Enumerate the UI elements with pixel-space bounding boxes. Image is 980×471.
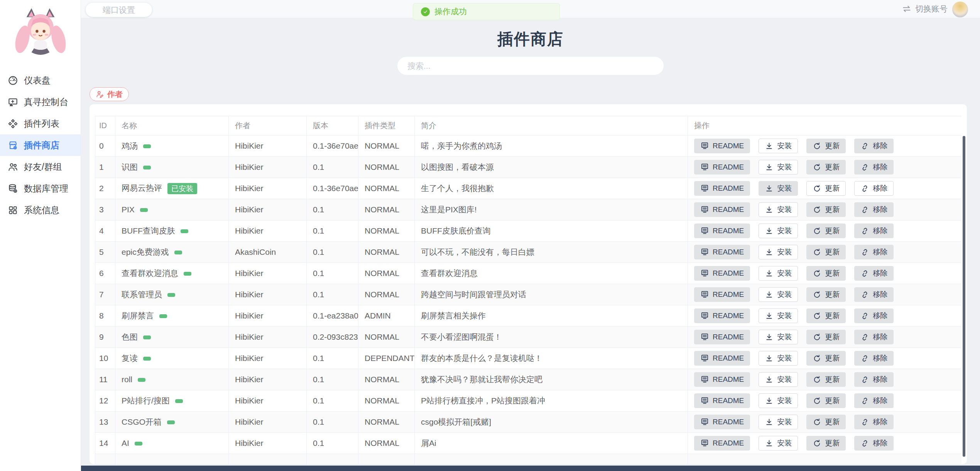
readme-doc-icon — [700, 290, 709, 299]
sidebar-item-console[interactable]: 真寻控制台 — [0, 91, 81, 113]
readme-button[interactable]: README — [694, 308, 750, 323]
update-button[interactable]: 更新 — [806, 139, 846, 153]
remove-button[interactable]: 移除 — [854, 393, 894, 408]
cell-author: HibiKier — [229, 369, 307, 390]
install-button[interactable]: 安装 — [759, 436, 798, 451]
remove-button[interactable]: 移除 — [854, 372, 894, 387]
install-button[interactable]: 安装 — [759, 372, 798, 387]
update-button[interactable]: 更新 — [806, 436, 846, 451]
remove-button[interactable]: 移除 — [854, 245, 894, 259]
install-button[interactable]: 安装 — [759, 202, 798, 217]
cell-name: roll — [115, 369, 229, 390]
cell-type: NORMAL — [358, 284, 415, 305]
install-button[interactable]: 安装 — [759, 330, 798, 344]
remove-button[interactable]: 移除 — [854, 287, 894, 302]
install-button[interactable]: 安装 — [759, 308, 798, 323]
remove-button[interactable]: 移除 — [854, 330, 894, 344]
install-button[interactable]: 安装 — [759, 139, 798, 153]
vertical-scrollbar[interactable] — [963, 136, 965, 457]
update-button[interactable]: 更新 — [806, 224, 846, 238]
update-button[interactable]: 更新 — [806, 372, 846, 387]
install-button[interactable]: 安装 — [759, 160, 798, 175]
install-button[interactable]: 安装 — [759, 224, 798, 238]
install-button[interactable]: 安装 — [759, 393, 798, 408]
sidebar-item-database[interactable]: 数据库管理 — [0, 178, 81, 199]
sidebar-item-system[interactable]: 系统信息 — [0, 199, 81, 221]
link-icon — [860, 375, 869, 384]
table-row: 8 刷屏禁言 HibiKier 0.1-ea238a0 ADMIN 刷屏禁言相关… — [95, 305, 962, 327]
refresh-icon — [813, 142, 821, 151]
update-button[interactable]: 更新 — [806, 330, 846, 344]
sidebar-item-gauge[interactable]: 仪表盘 — [0, 69, 81, 91]
port-settings-button[interactable]: 端口设置 — [86, 3, 152, 17]
author-filter-button[interactable]: 作者 — [90, 87, 129, 101]
remove-button[interactable]: 移除 — [854, 224, 894, 238]
readme-button[interactable]: README — [694, 351, 750, 366]
readme-button[interactable]: README — [694, 202, 750, 217]
remove-button[interactable]: 移除 — [854, 181, 894, 196]
swap-arrows-icon — [902, 4, 912, 14]
sidebar-item-friends[interactable]: 好友/群组 — [0, 156, 81, 178]
update-button[interactable]: 更新 — [806, 415, 846, 429]
remove-button[interactable]: 移除 — [854, 415, 894, 429]
update-button[interactable]: 更新 — [806, 266, 846, 281]
install-button[interactable]: 安装 — [759, 266, 798, 281]
remove-button[interactable]: 移除 — [854, 202, 894, 217]
readme-button[interactable]: README — [694, 181, 750, 196]
search-input[interactable] — [397, 57, 664, 75]
sidebar-item-label: 好友/群组 — [24, 161, 62, 173]
update-button[interactable]: 更新 — [806, 245, 846, 259]
remove-button[interactable]: 移除 — [854, 139, 894, 153]
readme-doc-icon — [700, 184, 709, 193]
update-button[interactable]: 更新 — [806, 351, 846, 366]
success-check-icon — [421, 7, 430, 16]
remove-button[interactable]: 移除 — [854, 160, 894, 175]
install-button[interactable]: 安装 — [759, 351, 798, 366]
readme-button[interactable]: README — [694, 160, 750, 175]
cell-author: HibiKier — [229, 136, 307, 157]
update-button[interactable]: 更新 — [806, 287, 846, 302]
switch-account-button[interactable]: 切换账号 — [902, 0, 948, 18]
remove-button[interactable]: 移除 — [854, 308, 894, 323]
install-button[interactable]: 安装 — [759, 181, 798, 196]
remove-button[interactable]: 移除 — [854, 266, 894, 281]
remove-button[interactable]: 移除 — [854, 351, 894, 366]
readme-doc-icon — [700, 269, 709, 278]
update-button[interactable]: 更新 — [806, 393, 846, 408]
cell-desc: 犹豫不决吗？那就让我帮你决定吧 — [415, 369, 688, 390]
horizontal-scrollbar[interactable] — [81, 466, 980, 471]
readme-doc-icon — [700, 418, 709, 427]
cell-actions: README 安装 更新 移除 — [688, 199, 962, 220]
update-button[interactable]: 更新 — [806, 181, 846, 196]
update-button[interactable]: 更新 — [806, 308, 846, 323]
download-icon — [765, 269, 774, 278]
update-button[interactable]: 更新 — [806, 202, 846, 217]
cell-actions: README 安装 更新 移除 — [688, 242, 962, 263]
remove-button[interactable]: 移除 — [854, 436, 894, 451]
cell-id: 9 — [95, 327, 115, 348]
readme-doc-icon — [700, 396, 709, 405]
table-row: 4 BUFF查询皮肤 HibiKier 0.1 NORMAL BUFF皮肤底价查… — [95, 220, 962, 242]
readme-button[interactable]: README — [694, 139, 750, 153]
readme-button[interactable]: README — [694, 224, 750, 238]
readme-button[interactable]: README — [694, 436, 750, 451]
installed-badge — [181, 229, 188, 233]
sidebar-item-plugins[interactable]: 插件列表 — [0, 113, 81, 134]
readme-button[interactable]: README — [694, 330, 750, 344]
cell-author: HibiKier — [229, 178, 307, 199]
cell-version: 0.1-36e70ae — [307, 136, 358, 157]
sidebar-item-label: 数据库管理 — [24, 183, 68, 195]
install-button[interactable]: 安装 — [759, 415, 798, 429]
readme-button[interactable]: README — [694, 245, 750, 259]
readme-button[interactable]: README — [694, 266, 750, 281]
cell-author: HibiKier — [229, 327, 307, 348]
readme-button[interactable]: README — [694, 372, 750, 387]
install-button[interactable]: 安装 — [759, 287, 798, 302]
sidebar-item-store[interactable]: 插件商店 — [0, 134, 81, 156]
update-button[interactable]: 更新 — [806, 160, 846, 175]
install-button[interactable]: 安装 — [759, 245, 798, 259]
readme-button[interactable]: README — [694, 393, 750, 408]
readme-button[interactable]: README — [694, 287, 750, 302]
readme-button[interactable]: README — [694, 415, 750, 429]
user-avatar[interactable] — [952, 2, 968, 17]
